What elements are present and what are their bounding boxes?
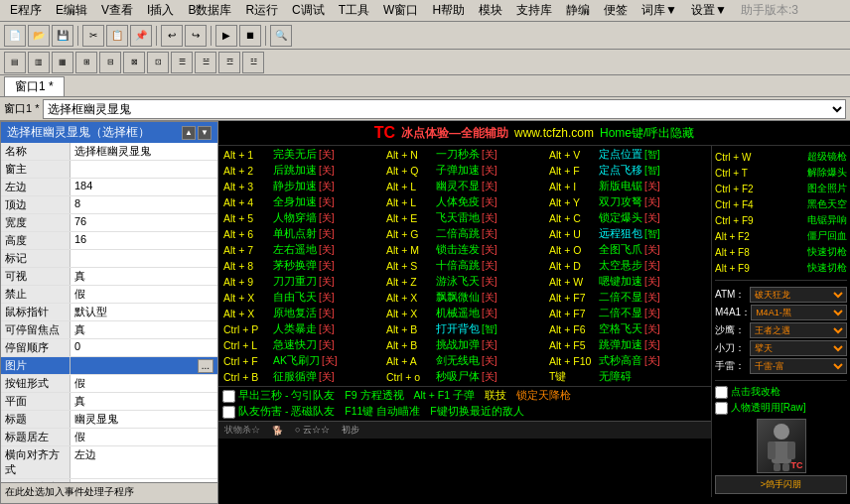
menu-note[interactable]: 便签 [598,1,634,20]
search-button[interactable]: 🔍 [270,25,292,47]
align-left[interactable]: ▤ [4,52,26,73]
new-button[interactable]: 📄 [4,25,26,47]
menu-edit[interactable]: E编辑 [50,1,93,20]
menu-tools[interactable]: T工具 [333,1,375,20]
prop-row-caption[interactable]: 标题 幽灵显鬼 [1,411,217,429]
paste-button[interactable]: 📌 [130,25,152,47]
scroll-up[interactable]: ▲ [182,126,196,140]
prop-row-cursor[interactable]: 鼠标指针 默认型 [1,304,217,321]
tb2-8[interactable]: ☰ [171,52,193,73]
check-early-out[interactable]: 早出三秒 - 匀引队友 [222,389,335,403]
tb2-7[interactable]: ⊡ [147,52,169,73]
tb2-4[interactable]: ⊞ [75,52,97,73]
sc-altn: Alt + N一刀秒杀[关] [383,147,546,163]
tb2-5[interactable]: ⊟ [99,52,121,73]
addr-label: 窗口1 * [4,101,39,116]
sc-alt4: Alt + 4全身加速[关] [220,194,383,210]
sc-altf: Alt + F定点飞移[智] [546,163,709,179]
change-gun-checkbox[interactable] [715,386,728,399]
menu-view[interactable]: V查看 [95,1,139,20]
menu-debug[interactable]: C调试 [286,1,331,20]
menu-static[interactable]: 静编 [560,1,596,20]
menu-help[interactable]: H帮助 [426,1,471,20]
damage-checkbox[interactable] [222,406,235,419]
properties-table: 名称 选择框幽灵显鬼 窗主 左边 184 顶边 8 宽度 76 高度 16 [1,143,217,482]
game-logo-icon: TC [374,124,395,142]
sand-select[interactable]: 王者之遇 [750,322,847,338]
component-select[interactable]: 选择框幽灵显鬼 [43,99,846,119]
tb2-9[interactable]: ☱ [195,52,216,73]
align-center[interactable]: ▥ [28,52,50,73]
flash-indicator: >鸽手闪朋 [715,475,847,494]
shortcuts-grid: Alt + 1完美无后[关] Alt + N一刀秒杀[关] Alt + V定点位… [218,146,711,386]
menu-database[interactable]: B数据库 [182,1,237,20]
tab-window1[interactable]: 窗口1 * [4,76,65,96]
scroll-down[interactable]: ▼ [198,126,212,140]
prop-row-disabled[interactable]: 禁止 假 [1,286,217,304]
transparent-checkbox[interactable] [715,402,728,415]
redo-button[interactable]: ↪ [185,25,207,47]
tb2-11[interactable]: ☳ [242,52,264,73]
sc-ctrlo: Ctrl + o秒吸尸体[关] [383,369,546,385]
sc-altu: Alt + U远程狙包[智] [546,226,709,242]
m4a1-select[interactable]: M4A1-黑 [751,305,847,320]
game-status-bar: 状物杀☆ 🐕 ○ 云☆☆ 初步 [218,421,711,439]
cut-button[interactable]: ✂ [82,25,104,47]
atm-select[interactable]: 破天狂龙 [750,287,847,303]
check-transparent[interactable]: 人物透明用[Raw] [715,401,847,415]
tb2-6[interactable]: ⊠ [123,52,145,73]
separator1 [77,26,78,46]
ctrl-t: Ctrl + T解除爆头 [715,165,847,181]
svg-rect-2 [768,441,776,459]
bottom-row1: 早出三秒 - 匀引队友 F9 方程透视 Alt + F1 子弹 联技 锁定天降枪 [222,389,707,403]
check-change-gun[interactable]: 点击我改枪 [715,385,847,399]
toolbar: 📄 📂 💾 ✂ 📋 📌 ↩ ↪ ▶ ⏹ 🔍 [0,22,850,50]
tc-watermark: TC [791,460,803,470]
prop-row-height[interactable]: 高度 16 [1,232,217,250]
hand-select[interactable]: 千雷-富 [750,358,847,374]
prop-row-order[interactable]: 停留顺序 0 [1,339,217,357]
sc-altx3: Alt + X原地复活[关] [220,306,383,321]
menu-module[interactable]: 模块 [473,1,508,20]
stop-button[interactable]: ⏹ [239,25,261,47]
menu-dict[interactable]: 词库▼ [636,1,683,20]
menu-support[interactable]: 支持库 [510,1,558,20]
menu-run[interactable]: R运行 [239,1,284,20]
f-switch-hint: F键切换最近的敌人 [430,405,523,419]
sc-altq: Alt + Q子弹加速[关] [383,163,546,179]
prop-row-owner[interactable]: 窗主 [1,161,217,179]
weapon-sand-row: 沙鹰： 王者之遇 [715,322,847,338]
prop-row-left[interactable]: 左边 184 [1,179,217,196]
prop-row-btnstyle[interactable]: 按钮形式 假 [1,375,217,393]
prop-row-width[interactable]: 宽度 76 [1,214,217,232]
menu-program[interactable]: E程序 [4,1,48,20]
align-right[interactable]: ▦ [52,52,73,73]
main-content: 选择框幽灵显鬼（选择框） ▲ ▼ 名称 选择框幽灵显鬼 窗主 左边 184 顶边… [0,121,850,504]
prop-row-top[interactable]: 顶边 8 [1,196,217,214]
prop-row-name[interactable]: 名称 选择框幽灵显鬼 [1,143,217,161]
image-browse-btn[interactable]: ... [198,359,213,373]
menu-settings[interactable]: 设置▼ [685,1,733,20]
sc-alty: Alt + Y双刀攻弩[关] [546,194,709,210]
copy-button[interactable]: 📋 [106,25,128,47]
prop-row-visible[interactable]: 可视 真 [1,268,217,286]
prop-row-flat[interactable]: 平面 真 [1,393,217,411]
ctrl-w: Ctrl + W超级镜枪 [715,149,847,165]
prop-row-focus[interactable]: 可停留焦点 真 [1,321,217,339]
prop-row-caption-left[interactable]: 标题居左 假 [1,429,217,446]
menu-window[interactable]: W窗口 [377,1,424,20]
union-skill: 联技 [485,389,506,403]
undo-button[interactable]: ↩ [161,25,183,47]
check-damage[interactable]: 队友伤害 - 恶磁队友 [222,405,335,419]
run-button[interactable]: ▶ [215,25,237,47]
sc-altf5: Alt + F5跳弹加速[关] [546,337,709,353]
prop-row-image[interactable]: 图片 ... [1,357,217,375]
menu-insert[interactable]: I插入 [141,1,180,20]
save-button[interactable]: 💾 [52,25,73,47]
knife-select[interactable]: 擘天 [750,340,847,356]
prop-row-mark[interactable]: 标记 [1,250,217,268]
open-button[interactable]: 📂 [28,25,50,47]
early-out-checkbox[interactable] [222,390,235,403]
tb2-10[interactable]: ☲ [218,52,240,73]
prop-row-halign[interactable]: 横向对齐方式 左边 [1,446,217,479]
